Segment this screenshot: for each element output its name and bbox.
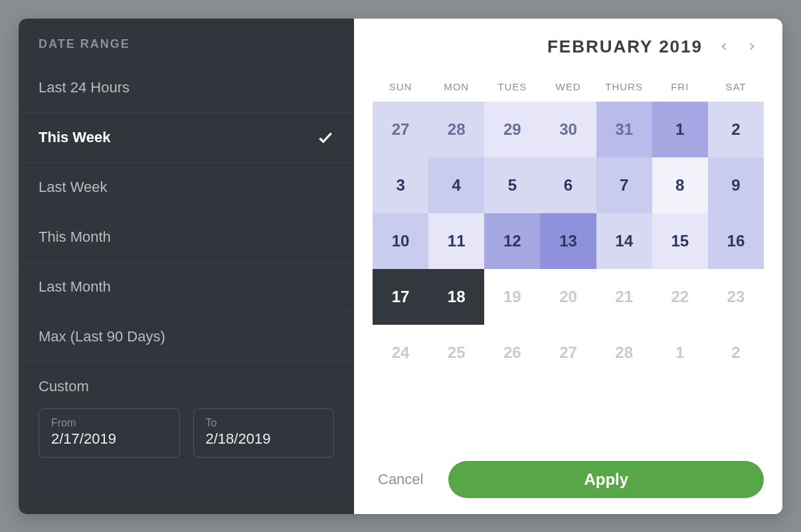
range-item-label: This Week (39, 129, 110, 146)
range-item-label: This Month (39, 228, 111, 246)
range-item[interactable]: Last Week (19, 163, 354, 213)
check-icon (317, 129, 334, 146)
calendar-grid: 2728293031123456789101112131415161718192… (373, 102, 764, 381)
chevron-right-icon (746, 41, 758, 52)
calendar-day[interactable]: 14 (596, 213, 652, 269)
day-of-week-label: THURS (596, 81, 652, 92)
apply-button[interactable]: Apply (448, 461, 764, 498)
range-item-label: Last Month (39, 278, 111, 296)
range-item[interactable]: Max (Last 90 Days) (19, 312, 354, 362)
custom-label: Custom (39, 378, 334, 395)
calendar-day[interactable]: 4 (428, 157, 484, 213)
calendar-day[interactable]: 3 (373, 157, 428, 213)
to-value: 2/18/2019 (206, 430, 322, 448)
day-of-week-label: TUES (484, 81, 540, 92)
day-of-week-label: FRI (652, 81, 708, 92)
calendar-day: 26 (484, 325, 540, 381)
calendar-day[interactable]: 6 (540, 157, 596, 213)
calendar-day[interactable]: 7 (596, 157, 652, 213)
calendar-day[interactable]: 8 (652, 157, 708, 213)
calendar-day: 2 (708, 325, 764, 381)
calendar-day: 25 (428, 325, 484, 381)
calendar-day[interactable]: 15 (652, 213, 708, 269)
calendar-day[interactable]: 9 (708, 157, 764, 213)
day-of-week-label: SUN (373, 81, 428, 92)
range-item-label: Last Week (39, 179, 108, 196)
calendar-day[interactable]: 13 (540, 213, 596, 269)
sidebar-title: DATE RANGE (19, 19, 354, 63)
day-of-week-label: MON (428, 81, 484, 92)
calendar-day[interactable]: 28 (428, 102, 484, 157)
calendar-day: 1 (652, 325, 708, 381)
chevron-left-icon (718, 41, 730, 52)
calendar-day: 24 (373, 325, 428, 381)
dialog-actions: Cancel Apply (373, 442, 764, 498)
date-range-dialog: DATE RANGE Last 24 HoursThis WeekLast We… (19, 19, 782, 514)
calendar-panel: FEBRUARY 2019 SUNMONTUESWEDTHURSFRISAT 2… (354, 19, 782, 514)
day-of-week-label: SAT (708, 81, 764, 92)
range-sidebar: DATE RANGE Last 24 HoursThis WeekLast We… (19, 19, 354, 514)
calendar-day: 28 (596, 325, 652, 381)
range-list: Last 24 HoursThis WeekLast WeekThis Mont… (19, 63, 354, 362)
day-of-week-label: WED (540, 81, 596, 92)
range-item[interactable]: This Month (19, 213, 354, 262)
calendar-day[interactable]: 5 (484, 157, 540, 213)
range-item[interactable]: Last 24 Hours (19, 63, 354, 113)
prev-month-button[interactable] (712, 35, 736, 58)
calendar-day[interactable]: 12 (484, 213, 540, 269)
calendar-day[interactable]: 30 (540, 102, 596, 157)
calendar-day: 22 (652, 269, 708, 325)
calendar-day: 20 (540, 269, 596, 325)
from-date-field[interactable]: From 2/17/2019 (39, 408, 180, 458)
calendar-day[interactable]: 27 (373, 102, 428, 157)
cancel-button[interactable]: Cancel (373, 471, 428, 488)
calendar-day[interactable]: 1 (652, 102, 708, 157)
to-date-field[interactable]: To 2/18/2019 (193, 408, 335, 458)
calendar-day: 19 (484, 269, 540, 325)
calendar-title: FEBRUARY 2019 (547, 37, 703, 57)
calendar-day[interactable]: 17 (373, 269, 428, 325)
range-item[interactable]: Last Month (19, 262, 354, 312)
custom-block: Custom From 2/17/2019 To 2/18/2019 (19, 362, 354, 474)
from-value: 2/17/2019 (51, 430, 167, 448)
range-item-label: Last 24 Hours (39, 79, 130, 96)
custom-inputs: From 2/17/2019 To 2/18/2019 (39, 408, 334, 458)
calendar-day[interactable]: 18 (428, 269, 484, 325)
calendar-day: 21 (596, 269, 652, 325)
range-item[interactable]: This Week (19, 113, 354, 163)
calendar-day[interactable]: 11 (428, 213, 484, 269)
next-month-button[interactable] (740, 35, 764, 58)
to-label: To (206, 417, 322, 429)
range-item-label: Max (Last 90 Days) (39, 328, 165, 345)
calendar-day[interactable]: 29 (484, 102, 540, 157)
calendar-day[interactable]: 16 (708, 213, 764, 269)
calendar-day[interactable]: 2 (708, 102, 764, 157)
calendar-day[interactable]: 10 (373, 213, 428, 269)
day-of-week-row: SUNMONTUESWEDTHURSFRISAT (373, 81, 764, 92)
calendar-day: 27 (540, 325, 596, 381)
calendar-header: FEBRUARY 2019 (373, 35, 764, 58)
calendar-day[interactable]: 31 (596, 102, 652, 157)
from-label: From (51, 417, 167, 429)
calendar-day: 23 (708, 269, 764, 325)
